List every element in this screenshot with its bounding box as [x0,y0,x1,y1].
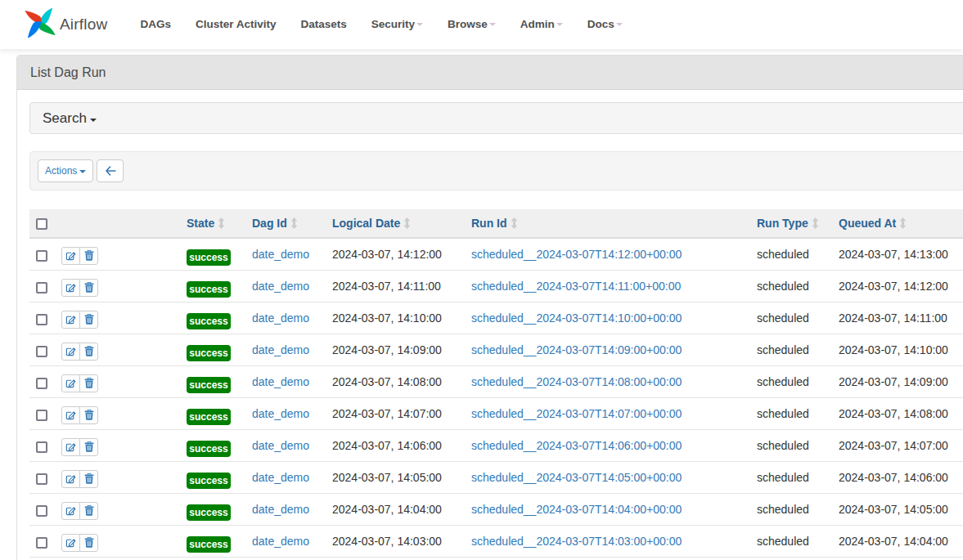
row-checkbox[interactable] [36,250,47,262]
run-type-cell: scheduled [750,493,832,525]
status-badge: success [187,536,231,553]
row-checkbox[interactable] [36,314,47,325]
queued-at-cell: 2024-03-07, 14:05:00 [832,493,963,525]
run-id-link[interactable]: scheduled__2024-03-07T14:03:00+00:00 [471,535,682,548]
edit-record-button[interactable] [61,311,80,329]
dag-id-link[interactable]: date_demo [252,375,309,388]
dag-id-link[interactable]: date_demo [252,280,309,293]
run-id-link[interactable]: scheduled__2024-03-07T14:07:00+00:00 [471,407,682,420]
chevron-down-icon [90,119,97,122]
dag-id-link[interactable]: date_demo [252,407,309,420]
run-type-cell: scheduled [750,270,832,302]
chevron-down-icon [556,23,563,26]
nav-item-cluster-activity[interactable]: Cluster Activity [183,0,289,49]
row-checkbox[interactable] [36,537,47,549]
row-checkbox[interactable] [36,378,47,389]
dag-id-link[interactable]: date_demo [252,471,309,484]
edit-record-button[interactable] [61,247,80,265]
search-toggle[interactable]: Search [29,102,963,134]
edit-record-button[interactable] [61,534,80,552]
nav-menu: DAGs Cluster Activity Datasets Security … [128,0,634,49]
dag-id-cell: date_demo [245,365,326,397]
sort-icon[interactable] [899,217,907,229]
select-all-checkbox[interactable] [36,218,47,230]
row-checkbox[interactable] [36,473,47,485]
table-header-row: State Dag Id Logical Date Run Id Run Typ… [29,209,963,238]
edit-record-button[interactable] [61,343,80,361]
edit-record-button[interactable] [61,279,80,297]
airflow-pinwheel-icon [25,7,56,38]
nav-item-admin[interactable]: Admin [508,0,575,49]
trash-icon [84,473,94,484]
dag-id-cell: date_demo [245,525,326,557]
delete-record-button[interactable] [79,374,98,392]
run-id-link[interactable]: scheduled__2024-03-07T14:08:00+00:00 [471,375,682,388]
status-badge: success [187,313,231,329]
delete-record-button[interactable] [79,343,98,361]
run-id-link[interactable]: scheduled__2024-03-07T14:06:00+00:00 [471,439,682,452]
queued-at-cell: 2024-03-07, 14:13:00 [832,238,963,270]
row-checkbox[interactable] [36,505,47,517]
sort-icon[interactable] [403,217,411,229]
search-label: Search [43,110,87,127]
row-actions-cell [55,334,180,365]
delete-record-button[interactable] [79,311,98,329]
dag-id-link[interactable]: date_demo [252,535,309,548]
run-id-link[interactable]: scheduled__2024-03-07T14:11:00+00:00 [471,280,681,293]
chevron-down-icon [79,170,86,173]
sort-icon[interactable] [812,217,819,229]
dag-id-link[interactable]: date_demo [252,248,309,261]
column-header-run-type: Run Type [750,209,832,238]
edit-record-button[interactable] [61,406,80,424]
table-row: success date_demo 2024-03-07, 14:06:00 s… [29,429,963,461]
delete-record-button[interactable] [79,502,98,520]
dag-id-link[interactable]: date_demo [252,343,309,356]
delete-record-button[interactable] [79,406,98,424]
logical-date-cell: 2024-03-07, 14:04:00 [326,493,465,525]
edit-record-button[interactable] [61,502,80,520]
run-id-link[interactable]: scheduled__2024-03-07T14:09:00+00:00 [471,343,682,356]
sort-icon[interactable] [511,217,518,229]
delete-record-button[interactable] [79,279,98,297]
sort-icon[interactable] [218,217,225,229]
run-id-link[interactable]: scheduled__2024-03-07T14:05:00+00:00 [471,471,682,484]
run-type-cell: scheduled [750,429,832,461]
run-id-link[interactable]: scheduled__2024-03-07T14:10:00+00:00 [471,311,682,325]
row-checkbox[interactable] [36,410,47,421]
delete-record-button[interactable] [79,247,98,265]
delete-record-button[interactable] [79,438,98,456]
nav-item-browse[interactable]: Browse [435,0,508,49]
edit-record-button[interactable] [61,374,80,392]
dag-id-link[interactable]: date_demo [252,503,309,516]
edit-record-button[interactable] [61,438,80,456]
airflow-brand[interactable]: Airflow [25,11,107,38]
dag-id-link[interactable]: date_demo [252,439,309,452]
row-checkbox[interactable] [36,441,47,453]
edit-record-button[interactable] [61,470,80,488]
nav-item-docs[interactable]: Docs [575,0,635,49]
row-actions-cell [55,429,180,461]
back-button[interactable] [97,159,124,182]
run-type-cell: scheduled [750,238,832,270]
dag-id-link[interactable]: date_demo [252,311,309,325]
delete-record-button[interactable] [79,534,98,552]
delete-record-button[interactable] [79,470,98,488]
run-id-cell: scheduled__2024-03-07T14:09:00+00:00 [465,334,750,365]
state-cell: success [180,525,245,557]
state-cell: success [180,334,245,365]
nav-item-dags[interactable]: DAGs [128,0,183,49]
row-checkbox[interactable] [36,346,47,357]
edit-icon [65,250,76,261]
run-id-link[interactable]: scheduled__2024-03-07T14:04:00+00:00 [471,503,682,516]
state-cell: success [180,493,245,525]
actions-dropdown-button[interactable]: Actions [38,159,93,182]
run-id-link[interactable]: scheduled__2024-03-07T14:12:00+00:00 [471,248,682,261]
nav-item-datasets[interactable]: Datasets [288,0,358,49]
nav-item-security[interactable]: Security [359,0,435,49]
row-select-cell [29,525,55,557]
sort-icon[interactable] [290,217,298,229]
row-actions-cell [55,270,180,302]
dag-id-cell: date_demo [245,461,326,493]
row-checkbox[interactable] [36,282,47,293]
row-actions-cell [55,365,180,397]
